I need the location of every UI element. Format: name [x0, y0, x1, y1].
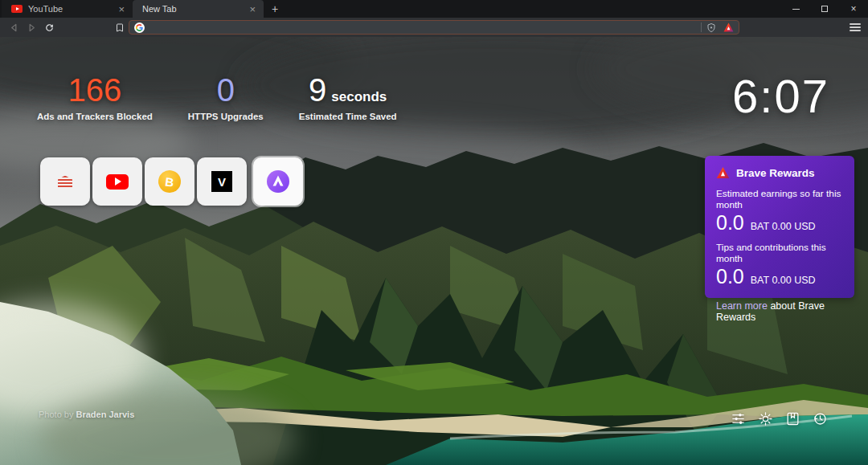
rewards-tips-unit: BAT — [751, 275, 769, 286]
gear-icon — [758, 411, 773, 426]
photo-credit: Photo by Braden Jarvis — [39, 410, 134, 419]
customize-sliders-button[interactable] — [731, 411, 746, 426]
brave-rewards-logo-icon — [716, 166, 730, 179]
new-tab-button[interactable]: + — [264, 0, 286, 18]
tab-new-tab[interactable]: New Tab × — [133, 0, 264, 18]
minimize-icon — [792, 9, 800, 10]
bookmarks-book-icon — [785, 411, 800, 426]
settings-button[interactable] — [758, 411, 773, 426]
rewards-tips-fiat: 0.00 USD — [772, 275, 815, 286]
maximize-icon — [821, 6, 828, 12]
striped-favicon-icon — [58, 176, 72, 188]
tab-strip: YouTube × New Tab × + × — [0, 0, 868, 18]
bookmarks-button[interactable] — [785, 411, 800, 426]
stat-label: HTTPS Upgrades — [188, 112, 264, 121]
shortcut-tile-striped-site[interactable] — [40, 157, 90, 206]
stat-value: 166 — [37, 74, 153, 106]
stat-label: Estimated Time Saved — [299, 112, 397, 121]
shortcut-tile-youtube[interactable] — [92, 157, 142, 206]
history-button[interactable] — [813, 411, 828, 426]
v-logo-icon: V — [211, 171, 232, 192]
hamburger-icon — [850, 23, 861, 25]
learn-more-link[interactable]: Learn more — [716, 300, 768, 312]
rewards-earnings-value: 0.0 — [716, 213, 744, 233]
rewards-tips-label: Tips and contributions this month — [716, 242, 843, 264]
bitcoin-icon: B — [157, 169, 182, 194]
rewards-title: Brave Rewards — [736, 167, 815, 179]
tab-title: New Tab — [142, 4, 242, 14]
tab-title: YouTube — [28, 4, 111, 14]
back-icon — [11, 24, 15, 31]
bookmark-button[interactable] — [111, 18, 129, 36]
google-search-icon — [134, 22, 145, 33]
close-button[interactable]: × — [839, 0, 868, 18]
photo-credit-prefix: Photo by — [39, 410, 73, 419]
address-bar-divider — [701, 22, 702, 32]
rewards-earnings-fiat: 0.00 USD — [772, 221, 815, 232]
photo-author-link[interactable]: Braden Jarvis — [76, 410, 134, 419]
browser-window: YouTube × New Tab × + × — [0, 0, 868, 465]
tab-close-icon[interactable]: × — [248, 4, 257, 14]
shortcut-tile-v[interactable]: V — [197, 157, 247, 206]
shortcut-tile-a[interactable] — [253, 157, 303, 206]
brave-shields-icon[interactable] — [706, 22, 716, 33]
minimize-button[interactable] — [781, 0, 810, 18]
reload-icon — [44, 22, 55, 33]
navigation-bar — [0, 18, 868, 37]
stat-unit: seconds — [331, 89, 387, 105]
address-bar[interactable] — [129, 20, 739, 35]
stat-time-saved: 9 seconds Estimated Time Saved — [299, 74, 397, 121]
maximize-button[interactable] — [810, 0, 839, 18]
stat-value: 9 — [309, 74, 326, 106]
stat-ads-blocked: 166 Ads and Trackers Blocked — [37, 74, 153, 121]
new-tab-page: 166 Ads and Trackers Blocked 0 HTTPS Upg… — [0, 37, 868, 465]
history-clock-icon — [813, 411, 828, 426]
reload-button[interactable] — [40, 18, 58, 36]
sliders-icon — [731, 411, 746, 426]
top-sites: B V — [40, 157, 303, 206]
address-input[interactable] — [145, 22, 696, 33]
rewards-tips-value: 0.0 — [716, 267, 744, 287]
rewards-earnings-label: Estimated earnings so far this month — [716, 188, 843, 210]
brave-rewards-triangle-icon[interactable] — [723, 22, 734, 32]
stat-https-upgrades: 0 HTTPS Upgrades — [188, 74, 264, 121]
stat-value: 0 — [188, 74, 264, 106]
forward-icon — [30, 24, 34, 31]
youtube-icon — [106, 174, 129, 190]
clock: 6:07 — [732, 69, 829, 123]
brave-rewards-widget: Brave Rewards Estimated earnings so far … — [705, 156, 854, 298]
a-gradient-logo-icon — [266, 169, 290, 194]
bookmark-icon — [115, 22, 125, 33]
window-controls: × — [781, 0, 868, 18]
shields-stats: 166 Ads and Trackers Blocked 0 HTTPS Upg… — [37, 74, 397, 121]
menu-button[interactable] — [849, 22, 862, 33]
rewards-earnings-unit: BAT — [751, 221, 769, 232]
forward-button[interactable] — [23, 18, 40, 36]
back-button[interactable] — [5, 18, 23, 36]
shortcut-tile-bitcoin[interactable]: B — [145, 157, 194, 206]
youtube-favicon-icon — [11, 5, 23, 13]
newtab-corner-controls — [731, 411, 828, 426]
tab-youtube[interactable]: YouTube × — [2, 0, 133, 18]
tab-close-icon[interactable]: × — [117, 4, 126, 14]
stat-label: Ads and Trackers Blocked — [37, 112, 153, 121]
